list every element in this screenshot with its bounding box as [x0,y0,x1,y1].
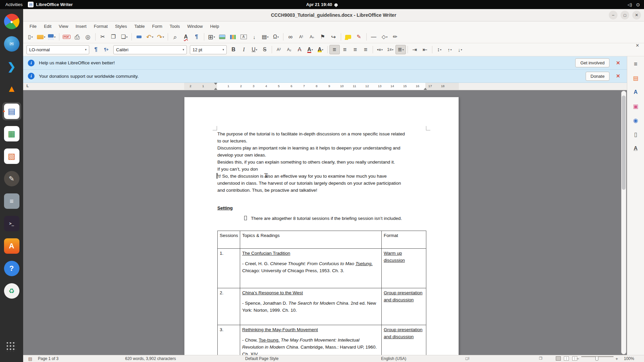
copy-button[interactable]: ❐ [108,32,119,42]
spelling-button[interactable]: A [181,32,191,42]
track-changes-button[interactable]: ✎ [354,32,364,42]
selection-mode-icon[interactable]: ◻I [465,356,469,361]
paragraph[interactable]: Besides this, if you can explain somethi… [217,159,432,166]
activities-button[interactable]: Activities [0,0,28,9]
page-deck-tab[interactable]: ▯ [630,129,641,139]
bullet-item[interactable]: There are altogether 8 tutorial sessions… [244,215,432,222]
insert-chart-button[interactable] [228,32,238,42]
dock-item-vlc[interactable]: ▲ [2,80,21,98]
outline-format-button[interactable]: ≣▾ [395,45,406,54]
Form[interactable]: Form [148,22,166,30]
align-justify-button[interactable]: ≡ [361,45,371,54]
insert-bookmark-button[interactable]: ⚑ [318,32,328,42]
strikethrough-button[interactable]: S [260,45,270,54]
dock-item-vscode[interactable]: ❯ [2,57,21,75]
clear-formatting-button[interactable]: A [294,45,305,54]
insert-footnote-button[interactable]: A¹ [296,32,307,42]
paragraph[interactable]: ’t! So, the discussion is also an effect… [217,173,432,194]
insert-comment-button[interactable] [343,32,354,42]
Insert[interactable]: Insert [72,22,90,30]
table-row[interactable]: 1. The Confucian Tradition - Creel, H. G… [218,249,426,288]
insert-table-button[interactable]: ⊞▾ [206,32,217,42]
File[interactable]: File [26,22,40,30]
horizontal-line-button[interactable]: — [369,32,379,42]
paragraph-space-decrease-button[interactable]: ↓▾ [455,45,465,54]
header-sessions[interactable]: Sessions [218,231,240,249]
table-header-row[interactable]: Sessions Topics & Readings Format [218,231,426,249]
Help[interactable]: Help [206,22,223,30]
horizontal-ruler[interactable]: L 21123456789101112131415161718 [23,83,627,90]
insert-textbox-button[interactable]: A [238,32,249,42]
open-file-button[interactable]: ▾ [36,32,46,42]
subscript-button[interactable]: A₂ [284,45,294,54]
zoom-slider-thumb[interactable] [595,356,598,361]
export-pdf-button[interactable]: PDF [61,32,72,42]
paragraph[interactable]: If you can’t, you don [217,166,432,173]
focused-app-name[interactable]: LibreOffice Writer [36,2,73,7]
sidebar-settings-button[interactable]: ≡ [630,59,641,69]
cut-button[interactable]: ✂ [98,32,108,42]
navigator-deck-tab[interactable]: ◉ [630,115,641,125]
insert-endnote-button[interactable]: Aₙ [307,32,317,42]
document-modified-icon[interactable]: ❐ [539,356,542,361]
increase-indent-button[interactable]: ⇥ [410,45,420,54]
paragraph[interactable]: Discussions play an important role in le… [217,144,432,159]
dock-item-libreoffice-impress[interactable]: ▧ [2,147,21,165]
page-style-status[interactable]: Default Page Style [245,356,278,361]
minimize-button[interactable]: – [609,11,618,19]
language-status[interactable]: English (USA) [381,356,406,361]
View[interactable]: View [55,22,72,30]
insert-page-break-button[interactable]: ↓ [249,32,260,42]
clone-formatting-button[interactable] [134,32,144,42]
align-center-button[interactable]: ≡ [340,45,350,54]
superscript-button[interactable]: A² [274,45,284,54]
zoom-level[interactable]: 100% [624,356,634,361]
properties-deck-tab[interactable]: ▤ [630,73,641,83]
gallery-deck-tab[interactable]: ▣ [630,101,641,111]
Window[interactable]: Window [183,22,206,30]
tab-stop-selector[interactable]: L [26,84,29,88]
document-status-icon[interactable]: ▤ [28,356,32,361]
page-number-status[interactable]: Page 1 of 3 [38,356,58,361]
Format[interactable]: Format [90,22,111,30]
formatting-marks-button[interactable]: ¶ [192,32,202,42]
ordered-list-button[interactable]: 1≡▾ [385,45,395,54]
Styles[interactable]: Styles [111,22,130,30]
zoom-out-button[interactable]: − [577,356,579,361]
vertical-scrollbar[interactable] [621,91,626,354]
italic-button[interactable]: I [239,45,249,54]
undo-button[interactable]: ↶▾ [145,32,155,42]
print-button[interactable]: ⎙ [72,32,83,42]
table-row[interactable]: 3. Rethinking the May-Fourth Movement - … [218,325,426,355]
zoom-in-button[interactable]: + [615,356,618,361]
dock-item-files[interactable]: ≡ [2,192,21,210]
insert-hyperlink-button[interactable]: ∞ [285,32,296,42]
insert-image-button[interactable] [217,32,227,42]
draw-functions-button[interactable]: ✏ [390,32,400,42]
header-format[interactable]: Format [382,231,426,249]
print-preview-button[interactable]: ◎ [83,32,93,42]
align-left-button[interactable]: ≡ [329,45,340,54]
basic-shapes-button[interactable]: ◇▾ [379,32,390,42]
font-name-combo[interactable]: Calibri▾ [113,45,187,54]
donate-button[interactable]: Donate [586,72,610,81]
show-applications-button[interactable] [2,338,21,356]
system-status-area[interactable]: ◁) ⊙ [628,2,640,7]
Table[interactable]: Table [130,22,148,30]
dock-item-terminal[interactable]: >_ [2,215,21,233]
paragraph-space-increase-button[interactable]: ↑▾ [444,45,455,54]
style-inspector-deck-tab[interactable]: A [630,143,641,154]
single-page-view-button[interactable] [556,356,561,361]
document-page[interactable]: The purpose of the tutorial is to facili… [184,97,459,355]
new-style-button[interactable]: ¶+ [101,45,112,54]
new-document-button[interactable]: ▯▾ [25,32,36,42]
font-size-combo[interactable]: 12 pt▾ [190,45,227,54]
Edit[interactable]: Edit [40,22,55,30]
paste-button[interactable]: ❏▾ [119,32,129,42]
word-count-status[interactable]: 620 words, 3,902 characters [125,356,176,361]
styles-deck-tab[interactable]: A [630,87,641,97]
font-color-button[interactable]: A▾ [305,45,315,54]
dock-item-help[interactable]: ? [2,259,21,278]
Tools[interactable]: Tools [166,22,183,30]
cross-reference-button[interactable]: ↪ [328,32,339,42]
